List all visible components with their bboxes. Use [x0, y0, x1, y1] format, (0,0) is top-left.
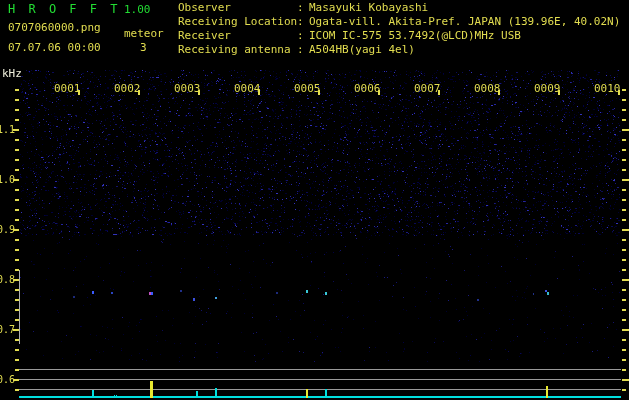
output-filename: 0707060000.png	[8, 21, 101, 34]
spectrogram-canvas	[0, 0, 629, 400]
x-axis-tick-label: 0005	[294, 82, 321, 95]
x-axis-tick-label: 0003	[174, 82, 201, 95]
info-label: Receiver	[178, 29, 297, 43]
info-label: Observer	[178, 1, 297, 15]
x-axis-tick-label: 0010	[594, 82, 621, 95]
app-title: H R O F F T	[8, 2, 120, 16]
x-axis-tick-label: 0001	[54, 82, 81, 95]
info-separator: :	[297, 29, 309, 43]
info-separator: :	[297, 43, 309, 57]
y-axis-unit-label: kHz	[2, 67, 22, 80]
info-label: Receiving antenna	[178, 43, 297, 57]
info-row-observer: Observer:Masayuki Kobayashi	[178, 1, 620, 15]
x-axis-tick-label: 0007	[414, 82, 441, 95]
datetime-label: 07.07.06 00:00	[8, 41, 101, 54]
x-axis-tick-label: 0009	[534, 82, 561, 95]
mode-label: meteor	[124, 27, 164, 40]
y-axis-tick-label: 0.9	[0, 224, 14, 235]
info-value: Masayuki Kobayashi	[309, 1, 428, 15]
y-axis-tick-label: 1.1	[0, 124, 14, 135]
x-axis-tick-label: 0002	[114, 82, 141, 95]
x-axis-tick-label: 0006	[354, 82, 381, 95]
x-axis-tick-label: 0004	[234, 82, 261, 95]
y-axis-tick-label: 0.6	[0, 374, 14, 385]
info-label: Receiving Location	[178, 15, 297, 29]
y-axis-tick-label: 1.0	[0, 174, 14, 185]
info-row-receiver: Receiver:ICOM IC-575 53.7492(@LCD)MHz US…	[178, 29, 620, 43]
hrofft-output-screen: H R O F F T 1.00 0707060000.png meteor 0…	[0, 0, 629, 400]
info-row-receiving-antenna: Receiving antenna:A504HB(yagi 4el)	[178, 43, 620, 57]
app-version: 1.00	[124, 3, 151, 16]
info-separator: :	[297, 15, 309, 29]
station-info-block: Observer:Masayuki Kobayashi Receiving Lo…	[178, 1, 620, 57]
y-axis-tick-label: 0.8	[0, 274, 14, 285]
y-axis-tick-label: 0.7	[0, 324, 14, 335]
echo-count: 3	[140, 41, 147, 54]
info-value: A504HB(yagi 4el)	[309, 43, 415, 57]
info-row-receiving-location: Receiving Location:Ogata-vill. Akita-Pre…	[178, 15, 620, 29]
info-value: Ogata-vill. Akita-Pref. JAPAN (139.96E, …	[309, 15, 620, 29]
info-value: ICOM IC-575 53.7492(@LCD)MHz USB	[309, 29, 521, 43]
info-separator: :	[297, 1, 309, 15]
x-axis-tick-label: 0008	[474, 82, 501, 95]
